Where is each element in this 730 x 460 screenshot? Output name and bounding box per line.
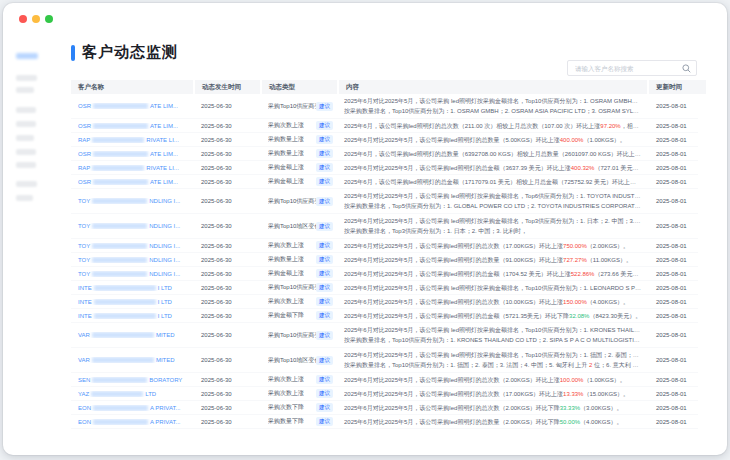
customer-name-link[interactable]: EONA PRIVAT...: [71, 405, 193, 411]
sidebar-item[interactable]: [16, 107, 36, 113]
sidebar-item-active[interactable]: [16, 53, 38, 59]
content-text: 按采购数量排名，Top10供应商分别为：1. 德国；2. 泰国；3. 法国；4.…: [344, 362, 589, 368]
suggestion-tag[interactable]: 建议: [316, 389, 333, 398]
content-line: 2025年6月对比2025年5月，该公司采购led照明灯的总次数（17.00KG…: [344, 241, 642, 251]
minimize-button[interactable]: [32, 15, 40, 23]
customer-name-link[interactable]: OSRATE LIM...: [71, 179, 193, 185]
content-cell: 2025年6月对比2025年5月，该公司采购led照明灯的总次数（17.00KG…: [339, 389, 647, 399]
content-text: 2025年6月，该公司采购led照明灯的总数量（6392708.00 KGS）相…: [344, 151, 641, 157]
sidebar-item[interactable]: [16, 162, 36, 168]
customer-name-link[interactable]: TOYNDLING I...: [71, 257, 193, 263]
customer-name-redacted: [94, 285, 156, 291]
search-input[interactable]: [573, 64, 678, 73]
sidebar-item[interactable]: [16, 87, 34, 93]
customer-name-redacted: [92, 137, 144, 143]
table-row: TOYNDLING I...2025-06-30采购数量上涨建议2025年6月对…: [71, 253, 698, 267]
col-header-event-type: 动态类型: [262, 80, 337, 94]
zoom-button[interactable]: [45, 15, 53, 23]
customer-name-link[interactable]: RAPRIVATE LI...: [71, 137, 193, 143]
customer-name-link[interactable]: INTEI LTD: [71, 299, 193, 305]
content-cell: 2025年6月对比2025年5月，该公司采购 led照明灯按采购金额排名，Top…: [339, 216, 647, 236]
suggestion-tag[interactable]: 建议: [316, 403, 333, 412]
customer-name-link[interactable]: RAPRIVATE LI...: [71, 165, 193, 171]
suggestion-tag[interactable]: 建议: [316, 375, 333, 384]
event-time-cell: 2025-06-30: [195, 271, 260, 277]
customer-name-link[interactable]: TOYNDLING I...: [71, 223, 193, 229]
event-time-cell: 2025-06-30: [195, 123, 260, 129]
suggestion-tag[interactable]: 建议: [316, 331, 333, 340]
customer-name-link[interactable]: VARMITED: [71, 357, 193, 363]
customer-name-redacted: [93, 103, 148, 109]
customer-name-link[interactable]: SENBORATORY: [71, 377, 193, 383]
customer-name-prefix: TOY: [78, 198, 90, 204]
content-text: 2025年6月对比2025年5月，该公司采购led照明灯的总次数（2.00KGS…: [344, 377, 560, 383]
suggestion-tag[interactable]: 建议: [316, 121, 333, 130]
update-time-cell: 2025-08-01: [649, 332, 706, 338]
customer-name-link[interactable]: TOYNDLING I...: [71, 198, 193, 204]
content-cell: 2025年6月对比2025年5月，该公司采购 led照明灯按采购金额排名，Top…: [339, 283, 647, 293]
customer-name-link[interactable]: TOYNDLING I...: [71, 271, 193, 277]
suggestion-tag[interactable]: 建议: [316, 297, 333, 306]
customer-name-suffix: NDLING I...: [149, 198, 180, 204]
content-text: 2025年6月对比2025年5月，该公司采购led照明灯的总金额（1704.52…: [344, 271, 571, 277]
content-line: 2025年6月对比2025年5月，该公司采购led照明灯的总数量（91.00KG…: [344, 255, 642, 265]
suggestion-tag[interactable]: 建议: [316, 135, 333, 144]
content-text: 2025年6月对比2025年5月，该公司采购led照明灯的总次数（2.00KGS…: [344, 405, 560, 411]
event-time-cell: 2025-06-30: [195, 165, 260, 171]
table-row: OSRATE LIM...2025-06-30采购数量上涨建议2025年6月，该…: [71, 147, 698, 161]
search-icon[interactable]: [682, 64, 691, 73]
sidebar-item[interactable]: [16, 181, 37, 187]
sidebar-item[interactable]: [16, 121, 36, 127]
customer-name-prefix: VAR: [78, 357, 90, 363]
suggestion-tag[interactable]: 建议: [316, 283, 333, 292]
content-text: 2025年6月对比2025年5月，该公司采购led照明灯的总次数（17.00KG…: [344, 243, 563, 249]
suggestion-tag[interactable]: 建议: [316, 241, 333, 250]
event-type-cell: 采购数量下降建议: [262, 417, 337, 426]
customer-name-redacted: [93, 405, 148, 411]
customer-name-link[interactable]: TOYNDLING I...: [71, 243, 193, 249]
suggestion-tag[interactable]: 建议: [316, 163, 333, 172]
suggestion-tag[interactable]: 建议: [316, 311, 333, 320]
sidebar-item[interactable]: [16, 135, 34, 141]
sidebar-item[interactable]: [16, 75, 37, 81]
event-type-label: 采购Top10供应商变化: [268, 102, 316, 111]
event-type-cell: 采购数量上涨建议: [262, 135, 337, 144]
customer-name-link[interactable]: YAZLTD: [71, 391, 193, 397]
table-row: YAZLTD2025-06-30采购次数上涨建议2025年6月对比2025年5月…: [71, 387, 698, 401]
update-time-cell: 2025-08-01: [649, 257, 706, 263]
suggestion-tag[interactable]: 建议: [316, 197, 333, 206]
content-text: 2025年6月对比2025年5月，该公司采购 led照明灯按采购金额排名，Top…: [344, 98, 642, 104]
customer-name-link[interactable]: EONA PRIVAT...: [71, 419, 193, 425]
suggestion-tag[interactable]: 建议: [316, 269, 333, 278]
content-cell: 2025年6月对比2025年5月，该公司采购led照明灯的总金额（1704.52…: [339, 269, 647, 279]
suggestion-tag[interactable]: 建议: [316, 222, 333, 231]
customer-name-link[interactable]: OSRATE LIM...: [71, 151, 193, 157]
customer-name-link[interactable]: INTEI LTD: [71, 313, 193, 319]
suggestion-tag[interactable]: 建议: [316, 356, 333, 365]
suggestion-tag[interactable]: 建议: [316, 149, 333, 158]
update-time-cell: 2025-08-01: [649, 285, 706, 291]
customer-name-link[interactable]: VARMITED: [71, 332, 193, 338]
suggestion-tag[interactable]: 建议: [316, 177, 333, 186]
customer-name-suffix: NDLING I...: [149, 271, 180, 277]
customer-name-redacted: [93, 179, 148, 185]
customer-name-link[interactable]: INTEI LTD: [71, 285, 193, 291]
event-type-label: 采购金额上涨: [268, 177, 304, 186]
update-time-cell: 2025-08-01: [649, 299, 706, 305]
content-text: （273.66 美元）。: [594, 271, 642, 277]
customer-name-prefix: INTE: [78, 299, 92, 305]
customer-name-prefix: OSR: [78, 151, 91, 157]
customer-name-link[interactable]: OSRATE LIM...: [71, 123, 193, 129]
customer-name-link[interactable]: OSRATE LIM...: [71, 103, 193, 109]
sidebar-item[interactable]: [16, 195, 33, 201]
content-line: 按采购数量排名，Top10供应商分别为：1. 德国；2. 泰国；3. 法国；4.…: [344, 360, 642, 370]
content-cell: 2025年6月对比2025年5月，该公司采购led照明灯的总次数（2.00KGS…: [339, 403, 647, 413]
content-text: 按采购数量排名，Top3供应商分别为：1. 日本；2. 中国；3. 比利时，: [344, 228, 527, 234]
suggestion-tag[interactable]: 建议: [316, 255, 333, 264]
suggestion-tag[interactable]: 建议: [316, 417, 333, 426]
content-text: （15.00KGS）。: [583, 391, 629, 397]
sidebar-item[interactable]: [16, 149, 36, 155]
suggestion-tag[interactable]: 建议: [316, 102, 333, 111]
customer-name-prefix: OSR: [78, 179, 91, 185]
close-button[interactable]: [19, 15, 27, 23]
